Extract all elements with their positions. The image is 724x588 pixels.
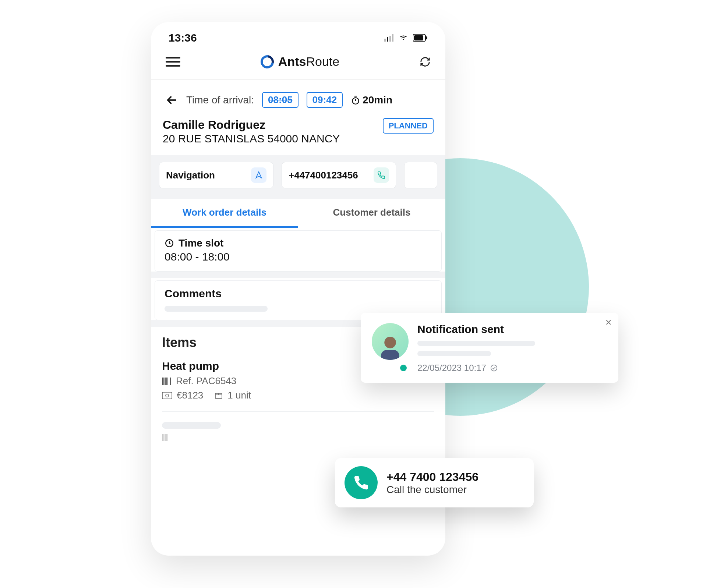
svg-rect-3 (392, 34, 393, 42)
comment-placeholder (165, 306, 268, 312)
comments-heading: Comments (165, 287, 432, 300)
spacer (151, 272, 445, 278)
arrival-row: Time of arrival: 08:05 09:42 20min (151, 79, 445, 114)
notification-line-placeholder (417, 341, 535, 346)
svg-rect-15 (170, 378, 171, 385)
battery-icon (413, 34, 428, 42)
notification-timestamp: 22/05/2023 10:17 (417, 363, 486, 373)
refresh-button[interactable] (420, 56, 431, 67)
item-ref: Ref. PAC6543 (176, 375, 236, 387)
call-label: Call the customer (386, 484, 478, 496)
status-bar: 13:36 (151, 22, 445, 48)
svg-point-24 (384, 337, 396, 348)
svg-rect-16 (162, 392, 172, 399)
money-icon (162, 392, 172, 399)
eta-original: 08:05 (262, 92, 299, 108)
clock-icon (165, 238, 174, 248)
svg-rect-1 (387, 37, 388, 42)
check-circle-icon (490, 364, 498, 372)
duration: 20min (351, 94, 392, 106)
svg-rect-0 (384, 39, 386, 42)
barcode-icon (162, 434, 172, 441)
back-button[interactable] (166, 94, 178, 106)
timeslot-value: 08:00 - 18:00 (165, 251, 432, 263)
navigation-icon (255, 171, 263, 179)
presence-dot-icon (399, 364, 408, 372)
extra-card[interactable] (404, 162, 437, 188)
navigation-card[interactable]: Navigation (159, 162, 273, 188)
svg-rect-5 (414, 35, 423, 40)
barcode-icon (162, 378, 172, 385)
customer-address: 20 RUE STANISLAS 54000 NANCY (163, 132, 340, 145)
cellular-icon (384, 34, 394, 42)
divider (162, 411, 434, 412)
svg-rect-21 (165, 434, 166, 441)
phone-icon (377, 171, 385, 179)
logo-text: AntsRoute (278, 54, 339, 69)
phone-number: +447400123456 (289, 170, 358, 181)
customer-block: Camille Rodriguez 20 RUE STANISLAS 54000… (151, 114, 445, 155)
svg-point-17 (166, 394, 169, 397)
box-icon (214, 391, 223, 400)
svg-rect-13 (167, 378, 168, 385)
notification-title: Notification sent (417, 323, 607, 336)
svg-rect-22 (166, 434, 167, 441)
action-cards-row: Navigation +447400123456 (151, 155, 445, 199)
notification-line-placeholder (417, 351, 491, 356)
arrival-label: Time of arrival: (186, 94, 254, 106)
svg-rect-9 (162, 378, 163, 385)
svg-rect-14 (169, 378, 169, 385)
status-badge: PLANNED (383, 118, 434, 134)
svg-rect-6 (426, 36, 427, 39)
logo-mark-icon (258, 52, 276, 71)
call-circle-icon (345, 466, 378, 499)
svg-rect-23 (167, 434, 168, 441)
stopwatch-icon (351, 95, 360, 105)
person-icon (377, 333, 403, 360)
svg-rect-19 (162, 434, 163, 441)
wifi-icon (398, 34, 409, 42)
svg-rect-12 (166, 378, 167, 385)
app-bar: AntsRoute (151, 48, 445, 79)
svg-rect-20 (163, 434, 164, 441)
item-price: €8123 (177, 390, 203, 401)
tab-work-order[interactable]: Work order details (151, 199, 298, 228)
status-time: 13:36 (169, 32, 197, 44)
svg-point-7 (352, 98, 359, 104)
notification-card: ✕ Notification sent 22/05/2023 10:17 (361, 313, 618, 383)
tab-customer-details[interactable]: Customer details (298, 199, 445, 228)
menu-button[interactable] (166, 57, 180, 67)
phone-card[interactable]: +447400123456 (282, 162, 396, 188)
call-number: +44 7400 123456 (386, 470, 478, 484)
customer-name: Camille Rodriguez (163, 118, 340, 132)
call-card[interactable]: +44 7400 123456 Call the customer (335, 458, 534, 507)
svg-rect-2 (389, 36, 391, 42)
timeslot-card: Time slot 08:00 - 18:00 (155, 230, 442, 272)
svg-rect-11 (165, 378, 166, 385)
svg-point-26 (491, 365, 497, 371)
item-placeholder (162, 422, 221, 429)
eta-updated: 09:42 (307, 92, 343, 108)
tabs: Work order details Customer details (151, 199, 445, 228)
avatar (372, 323, 409, 373)
app-logo: AntsRoute (261, 54, 339, 69)
timeslot-heading: Time slot (179, 237, 223, 249)
phone-icon (353, 475, 369, 491)
close-button[interactable]: ✕ (605, 318, 612, 327)
svg-rect-25 (381, 350, 399, 360)
navigation-label: Navigation (166, 170, 215, 181)
svg-rect-10 (163, 378, 164, 385)
status-icons (384, 34, 428, 42)
item-qty: 1 unit (227, 390, 251, 401)
